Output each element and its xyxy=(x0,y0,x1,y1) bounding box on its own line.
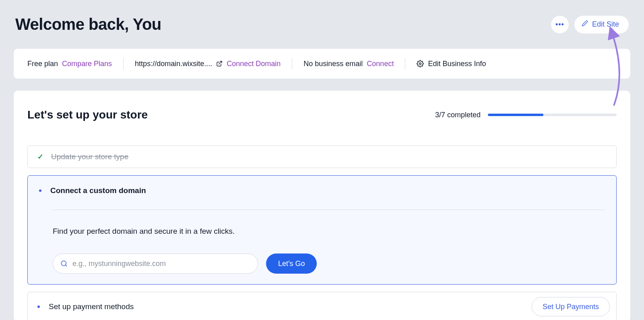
header-actions: ••• Edit Site xyxy=(551,16,629,33)
setup-header: Let's set up your store 3/7 completed xyxy=(27,108,617,121)
task-title-completed: Update your store type xyxy=(51,152,128,161)
setup-title: Let's set up your store xyxy=(27,108,148,121)
progress-text: 3/7 completed xyxy=(435,111,481,119)
info-bar: Free plan Compare Plans https://domain.w… xyxy=(14,49,630,79)
edit-business-label: Edit Business Info xyxy=(428,60,486,68)
gear-icon xyxy=(417,60,424,67)
compare-plans-link[interactable]: Compare Plans xyxy=(62,60,112,68)
set-up-payments-button[interactable]: Set Up Payments xyxy=(532,297,610,316)
ellipsis-icon: ••• xyxy=(555,20,564,29)
domain-url-text: https://domain.wixsite.... xyxy=(135,60,212,68)
email-label: No business email xyxy=(303,60,363,68)
task-completed[interactable]: ✓ Update your store type xyxy=(27,145,617,168)
bullet-icon xyxy=(39,189,41,192)
edit-site-button[interactable]: Edit Site xyxy=(574,16,629,33)
plan-label: Free plan xyxy=(27,60,58,68)
more-button[interactable]: ••• xyxy=(551,16,569,33)
connect-domain-link[interactable]: Connect Domain xyxy=(227,60,281,68)
external-link-icon[interactable] xyxy=(216,60,223,67)
task-title-active: Connect a custom domain xyxy=(50,186,146,195)
progress-section: 3/7 completed xyxy=(435,111,617,119)
progress-bar xyxy=(488,114,617,116)
task-active: Connect a custom domain Find your perfec… xyxy=(27,175,617,285)
lets-go-button[interactable]: Let's Go xyxy=(266,254,317,274)
edit-site-label: Edit Site xyxy=(592,20,619,29)
search-icon xyxy=(60,260,68,267)
task-title-payments: Set up payment methods xyxy=(49,302,134,311)
domain-input[interactable] xyxy=(72,260,250,268)
svg-point-1 xyxy=(419,63,421,65)
task-payments[interactable]: Set up payment methods Set Up Payments xyxy=(27,292,617,320)
divider xyxy=(123,58,124,69)
connect-email-link[interactable]: Connect xyxy=(367,60,394,68)
task-active-header: Connect a custom domain xyxy=(39,186,605,195)
task-description: Find your perfect domain and secure it i… xyxy=(53,227,605,236)
task-input-row: Let's Go xyxy=(53,254,605,274)
bullet-icon xyxy=(37,305,40,308)
domain-segment: https://domain.wixsite.... Connect Domai… xyxy=(135,60,281,68)
divider xyxy=(292,58,292,69)
check-icon: ✓ xyxy=(37,152,43,161)
task-separator xyxy=(53,210,605,210)
svg-line-3 xyxy=(65,265,66,266)
business-segment[interactable]: Edit Business Info xyxy=(417,60,486,68)
email-segment: No business email Connect xyxy=(303,60,394,68)
svg-line-0 xyxy=(219,61,222,64)
page-title: Welcome back, You xyxy=(15,15,161,33)
pencil-icon xyxy=(582,20,588,29)
setup-card: Let's set up your store 3/7 completed ✓ … xyxy=(14,91,630,320)
domain-input-wrap[interactable] xyxy=(53,254,258,274)
progress-fill xyxy=(488,114,543,116)
task-payments-left: Set up payment methods xyxy=(37,302,134,311)
plan-segment: Free plan Compare Plans xyxy=(27,60,112,68)
divider xyxy=(405,58,405,69)
